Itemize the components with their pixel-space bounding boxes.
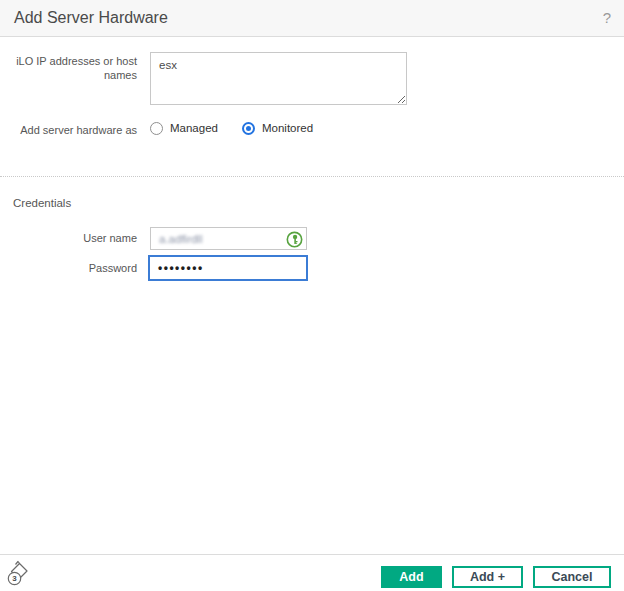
cancel-button[interactable]: Cancel xyxy=(533,566,611,588)
username-value: a.adfirdll xyxy=(151,233,202,245)
radio-monitored[interactable]: Monitored xyxy=(242,122,313,135)
section-divider xyxy=(0,176,624,177)
radio-managed-label: Managed xyxy=(170,122,218,134)
notifications-badge-icon[interactable]: 3 xyxy=(6,559,32,587)
add-button[interactable]: Add xyxy=(381,566,442,588)
credentials-section-title: Credentials xyxy=(13,197,71,209)
ilo-field-label: iLO IP addresses or host names xyxy=(2,54,137,83)
password-value: •••••••• xyxy=(150,261,204,275)
radio-selected-icon[interactable] xyxy=(242,122,255,135)
password-manager-icon[interactable] xyxy=(286,231,303,248)
password-input[interactable]: •••••••• xyxy=(148,255,308,281)
page-title: Add Server Hardware xyxy=(14,0,168,36)
help-icon[interactable]: ? xyxy=(603,0,611,36)
username-input[interactable]: a.adfirdll xyxy=(150,227,307,250)
password-label: Password xyxy=(2,261,137,275)
username-label: User name xyxy=(2,231,137,245)
radio-unselected-icon[interactable] xyxy=(150,122,163,135)
mode-label: Add server hardware as xyxy=(2,123,137,137)
radio-monitored-label: Monitored xyxy=(262,122,313,134)
footer-divider xyxy=(0,554,624,555)
dialog-header: Add Server Hardware ? xyxy=(0,0,624,37)
add-plus-button[interactable]: Add + xyxy=(452,566,523,588)
ilo-addresses-textarea[interactable]: esx xyxy=(150,52,407,105)
notifications-count: 3 xyxy=(12,574,17,583)
mode-radio-group: Managed Monitored xyxy=(150,120,313,136)
radio-managed[interactable]: Managed xyxy=(150,122,218,135)
